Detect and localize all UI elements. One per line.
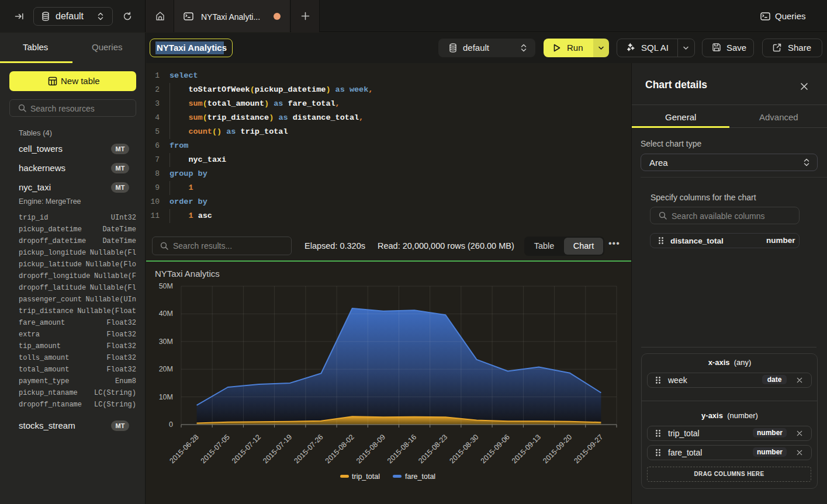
svg-text:0: 0 — [169, 420, 173, 429]
svg-text:2015-08-16: 2015-08-16 — [386, 433, 418, 465]
svg-text:2015-09-06: 2015-09-06 — [479, 433, 511, 465]
svg-text:2015-07-05: 2015-07-05 — [199, 433, 231, 465]
svg-text:fare_total: fare_total — [405, 472, 435, 481]
svg-text:trip_total: trip_total — [352, 472, 380, 481]
svg-text:2015-07-12: 2015-07-12 — [230, 433, 262, 465]
svg-text:30M: 30M — [159, 338, 173, 346]
svg-text:NYTaxi Analytics: NYTaxi Analytics — [155, 269, 220, 279]
svg-text:2015-09-13: 2015-09-13 — [510, 433, 542, 465]
svg-text:2015-08-23: 2015-08-23 — [417, 433, 449, 465]
svg-text:10M: 10M — [159, 393, 173, 401]
svg-text:40M: 40M — [159, 310, 173, 318]
svg-text:20M: 20M — [159, 365, 173, 373]
svg-text:2015-06-28: 2015-06-28 — [168, 433, 200, 465]
svg-text:2015-09-20: 2015-09-20 — [541, 433, 573, 465]
svg-text:2015-08-30: 2015-08-30 — [448, 433, 480, 465]
svg-text:50M: 50M — [159, 282, 173, 290]
svg-text:2015-08-02: 2015-08-02 — [324, 433, 356, 465]
svg-text:2015-07-26: 2015-07-26 — [293, 433, 325, 465]
svg-text:2015-07-19: 2015-07-19 — [261, 433, 293, 465]
svg-text:2015-08-09: 2015-08-09 — [355, 433, 387, 465]
svg-text:2015-09-27: 2015-09-27 — [572, 433, 604, 465]
